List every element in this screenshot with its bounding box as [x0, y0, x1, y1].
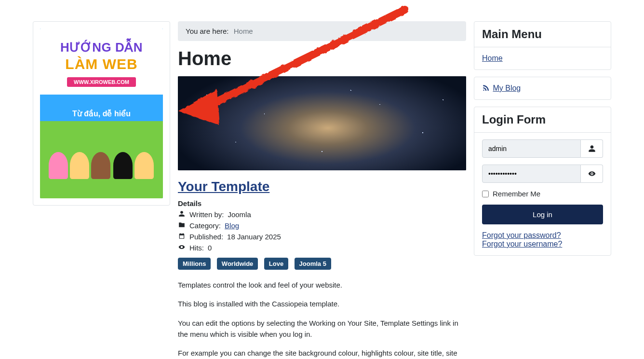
banner-illustration: [40, 121, 163, 198]
article-paragraph: This blog is installed with the Cassiope…: [178, 298, 466, 309]
calendar-icon: [178, 233, 186, 241]
breadcrumb-home[interactable]: Home: [234, 27, 253, 35]
page-title: Home: [178, 48, 466, 69]
forgot-username-link[interactable]: Forgot your username?: [482, 240, 562, 248]
user-addon-icon: [581, 139, 603, 158]
article-paragraph: For example you can change the site back…: [178, 347, 466, 359]
banner-image: HƯỚNG DẪN LÀM WEB WWW.XIROWEB.COM Từ đầu…: [40, 28, 163, 198]
category-link[interactable]: Blog: [225, 221, 239, 230]
category-label: Category:: [189, 221, 221, 230]
remember-me-row[interactable]: Remember Me: [482, 190, 603, 198]
meta-hits: Hits: 0: [178, 244, 466, 252]
banner-ribbon: WWW.XIROWEB.COM: [67, 77, 136, 87]
hits-label: Hits:: [189, 244, 204, 252]
meta-published: Published: 18 January 2025: [178, 233, 466, 241]
rss-icon: [482, 84, 491, 92]
article-hero-image: [178, 76, 466, 170]
password-input[interactable]: [482, 165, 581, 183]
show-password-button[interactable]: [581, 165, 603, 183]
tag-item[interactable]: Joomla 5: [295, 258, 331, 270]
article-title: Your Template: [178, 179, 466, 194]
main-menu-module: Main Menu Home: [474, 21, 611, 70]
hits-count: 0: [208, 244, 212, 252]
tag-item[interactable]: Millions: [178, 258, 211, 270]
author-name: Joomla: [228, 210, 251, 219]
login-form-title: Login Form: [474, 107, 611, 133]
main-menu-title: Main Menu: [474, 22, 611, 47]
meta-category: Category: Blog: [178, 221, 466, 230]
banner-line1: HƯỚNG DẪN: [45, 40, 158, 55]
folder-icon: [178, 221, 186, 230]
published-label: Published:: [189, 233, 223, 241]
breadcrumb-label: You are here:: [186, 27, 229, 35]
published-date: 18 January 2025: [227, 233, 281, 241]
login-button[interactable]: Log in: [482, 205, 603, 224]
details-label: Details: [178, 199, 466, 207]
breadcrumb: You are here: Home: [178, 21, 466, 41]
remember-me-checkbox[interactable]: [482, 191, 489, 197]
tag-item[interactable]: Worldwide: [217, 258, 258, 270]
written-by-label: Written by:: [189, 210, 224, 219]
left-banner-card: HƯỚNG DẪN LÀM WEB WWW.XIROWEB.COM Từ đầu…: [33, 21, 170, 206]
article-title-link[interactable]: Your Template: [178, 179, 269, 194]
user-icon: [178, 210, 186, 219]
blog-module: My Blog: [474, 77, 611, 100]
login-form-module: Login Form Remember Me: [474, 107, 611, 256]
main-menu-item-home[interactable]: Home: [482, 54, 503, 62]
article-paragraph: You can edit the options by selecting th…: [178, 318, 466, 340]
banner-line2: LÀM WEB: [45, 56, 158, 72]
banner-tagline: Từ đầu, dễ hiểu: [72, 110, 131, 118]
tags-container: Millions Worldwide Love Joomla 5: [178, 258, 466, 270]
tag-item[interactable]: Love: [264, 258, 288, 270]
article-paragraph: Templates control the look and feel of y…: [178, 279, 466, 290]
my-blog-link[interactable]: My Blog: [493, 84, 521, 92]
eye-icon: [178, 244, 186, 252]
forgot-password-link[interactable]: Forgot your password?: [482, 231, 561, 239]
meta-author: Written by: Joomla: [178, 210, 466, 219]
username-input[interactable]: [482, 139, 581, 158]
remember-me-label: Remember Me: [493, 190, 540, 198]
